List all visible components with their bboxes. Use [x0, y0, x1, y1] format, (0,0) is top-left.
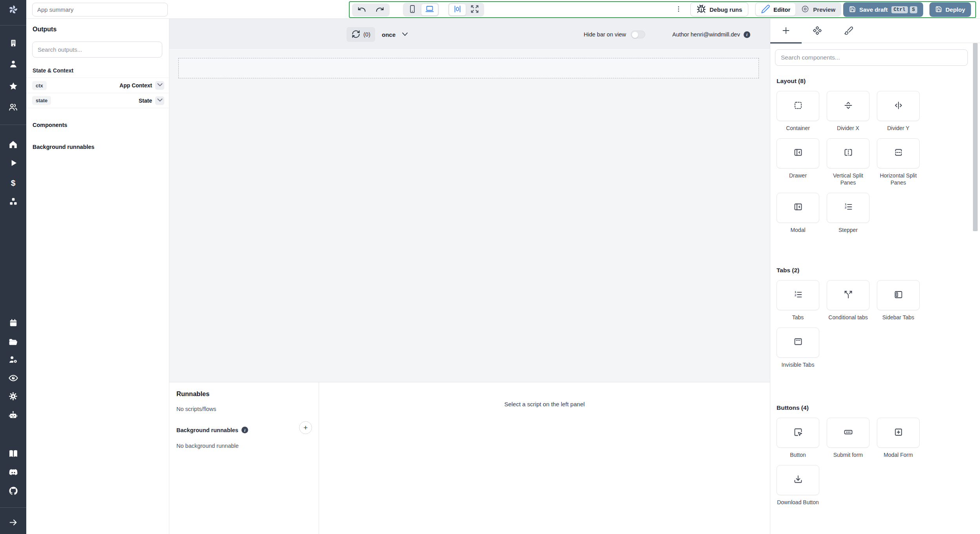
- outputs-title: Outputs: [33, 26, 56, 33]
- invisible-tabs-card[interactable]: [777, 328, 819, 358]
- divider-x-card[interactable]: [827, 91, 869, 121]
- info-icon[interactable]: i: [744, 31, 750, 38]
- components-title: Components: [33, 122, 67, 128]
- redo-button[interactable]: [371, 4, 389, 16]
- more-menu-button[interactable]: [672, 3, 685, 16]
- search-outputs-input[interactable]: [32, 42, 162, 58]
- output-row-label: State: [139, 98, 152, 104]
- output-key-badge: ctx: [32, 81, 47, 90]
- sidebar-divider: [0, 125, 26, 125]
- laptop-icon: [425, 4, 434, 15]
- save-icon: [849, 6, 856, 14]
- tab-styling[interactable]: [833, 19, 864, 43]
- modal-card[interactable]: [777, 193, 819, 223]
- svg-text:2: 2: [795, 293, 797, 297]
- horizontal-split-card[interactable]: [877, 138, 920, 168]
- component-card-cell: Submit form: [827, 418, 869, 459]
- bug-icon: [697, 4, 706, 15]
- chevron-down-icon: [400, 29, 410, 40]
- debug-runs-button[interactable]: Debug runs: [690, 2, 748, 16]
- arrow-right-icon[interactable]: [0, 516, 26, 528]
- chevron-down-icon[interactable]: [155, 96, 164, 105]
- settings-icon[interactable]: [0, 390, 26, 402]
- sidebar-divider: [0, 25, 26, 25]
- component-card-label: Invisible Tabs: [782, 362, 815, 369]
- refresh-button[interactable]: (0): [347, 27, 375, 42]
- download-card[interactable]: [777, 465, 819, 495]
- editor-tab[interactable]: Editor: [756, 3, 795, 16]
- app-editor-screen: $ Debug runs Editor: [0, 0, 980, 534]
- vertical-split-card[interactable]: [827, 138, 869, 168]
- component-section: Tabs (2)12TabsConditional tabsSidebar Ta…: [777, 267, 961, 369]
- component-section: Buttons (4)ButtonSubmit formModal FormDo…: [777, 404, 961, 506]
- eye-icon[interactable]: [0, 372, 26, 384]
- output-row-ctx[interactable]: ctx App Context: [26, 78, 169, 93]
- discord-icon[interactable]: [0, 467, 26, 478]
- center-layout-button[interactable]: [449, 4, 466, 16]
- scrollbar-thumb[interactable]: [973, 43, 978, 231]
- app-summary-input[interactable]: [32, 3, 168, 16]
- bot-icon[interactable]: [0, 409, 26, 421]
- component-card-cell: Vertical Split Panes: [827, 138, 869, 186]
- submit-form-card[interactable]: [827, 418, 869, 448]
- boxes-icon[interactable]: [0, 196, 26, 208]
- user-icon[interactable]: [0, 58, 26, 70]
- stepper-card[interactable]: 12: [827, 193, 869, 223]
- preview-tab[interactable]: Preview: [795, 3, 840, 16]
- mobile-view-button[interactable]: [404, 4, 421, 16]
- divider-y-card[interactable]: [877, 91, 920, 121]
- folder-icon[interactable]: [0, 336, 26, 348]
- deploy-button[interactable]: Deploy: [929, 2, 971, 17]
- play-icon[interactable]: [0, 157, 26, 169]
- expand-icon: [470, 4, 479, 15]
- components-panel: Layout (8)ContainerDivider XDivider YDra…: [770, 19, 980, 534]
- component-card-cell: Invisible Tabs: [777, 328, 819, 369]
- button-card[interactable]: [777, 418, 819, 448]
- drawer-card[interactable]: [777, 138, 819, 168]
- dollar-icon[interactable]: $: [0, 177, 26, 189]
- sidebar-tabs-card[interactable]: [877, 280, 920, 310]
- component-card-label: Divider Y: [887, 125, 909, 132]
- chevron-down-icon[interactable]: [155, 81, 164, 90]
- users-icon[interactable]: [0, 101, 26, 113]
- container-card[interactable]: [777, 91, 819, 121]
- undo-redo-group: [352, 4, 390, 16]
- empty-grid-placeholder[interactable]: [178, 58, 759, 78]
- tab-insert-component[interactable]: [770, 19, 802, 43]
- hide-bar-toggle[interactable]: [631, 31, 645, 38]
- output-row-state[interactable]: state State: [26, 93, 169, 108]
- calendar-icon[interactable]: [0, 317, 26, 329]
- add-background-runnable-button[interactable]: +: [299, 421, 312, 434]
- smartphone-icon: [408, 4, 417, 15]
- preview-label: Preview: [813, 6, 835, 13]
- user-cog-icon[interactable]: [0, 353, 26, 365]
- building-icon[interactable]: [0, 37, 26, 49]
- redo-icon: [375, 5, 385, 15]
- no-scripts-text: No scripts/flows: [176, 406, 216, 412]
- undo-button[interactable]: [353, 4, 371, 16]
- save-draft-button[interactable]: Save draft CtrlS: [843, 2, 923, 17]
- windmill-logo[interactable]: [0, 3, 26, 17]
- desktop-view-button[interactable]: [421, 4, 438, 16]
- star-icon[interactable]: [0, 80, 26, 92]
- divider-x-icon: [844, 101, 853, 112]
- component-card-cell: Modal Form: [877, 418, 920, 459]
- save-draft-label: Save draft: [859, 6, 888, 13]
- modal-form-card[interactable]: [877, 418, 920, 448]
- conditional-tabs-card[interactable]: [827, 280, 869, 310]
- github-icon[interactable]: [0, 485, 26, 497]
- search-components-input[interactable]: [775, 49, 968, 66]
- author-label: Author henri@windmill.dev: [672, 31, 740, 38]
- component-card-cell: Download Button: [777, 465, 819, 506]
- home-icon[interactable]: [0, 138, 26, 150]
- book-icon[interactable]: [0, 448, 26, 460]
- component-card-cell: Container: [777, 91, 819, 132]
- info-icon[interactable]: i: [241, 427, 248, 433]
- fullscreen-button[interactable]: [466, 4, 483, 16]
- tabs-card[interactable]: 12: [777, 280, 819, 310]
- divider-y-icon: [894, 101, 903, 112]
- tab-components-tree[interactable]: [802, 19, 833, 43]
- section-title: Tabs (2): [777, 267, 961, 274]
- canvas-topbar: (0) once Hide bar on view Author henri@w…: [169, 19, 770, 49]
- refresh-mode-dropdown[interactable]: once: [382, 27, 410, 42]
